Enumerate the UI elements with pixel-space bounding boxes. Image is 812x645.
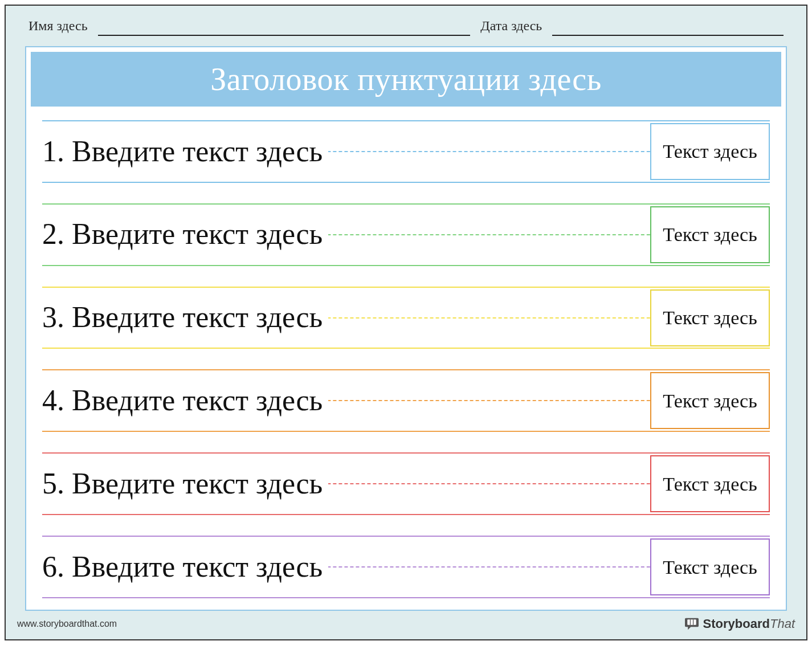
row-answer-box[interactable]: Текст здесь xyxy=(650,289,770,346)
rows-container: 1. Введите текст здесьТекст здесь2. Введ… xyxy=(26,111,786,610)
row-gap xyxy=(328,532,650,602)
worksheet-row: 6. Введите текст здесьТекст здесь xyxy=(42,532,770,602)
row-prompt-text[interactable]: 1. Введите текст здесь xyxy=(42,133,328,171)
worksheet-row: 2. Введите текст здесьТекст здесь xyxy=(42,200,770,270)
speech-bubble-icon xyxy=(684,617,700,631)
date-label: Дата здесь xyxy=(480,18,542,36)
name-label: Имя здесь xyxy=(28,18,88,36)
row-answer-box[interactable]: Текст здесь xyxy=(650,123,770,180)
brand-logo: StoryboardThat xyxy=(684,617,795,631)
row-gap xyxy=(328,117,650,186)
worksheet-row: 5. Введите текст здесьТекст здесь xyxy=(42,449,770,519)
row-answer-box[interactable]: Текст здесь xyxy=(650,455,770,512)
date-input-line[interactable] xyxy=(552,20,784,36)
worksheet-row: 3. Введите текст здесьТекст здесь xyxy=(42,283,770,353)
worksheet-page: Имя здесь Дата здесь Заголовок пунктуаци… xyxy=(5,5,807,640)
svg-rect-0 xyxy=(687,619,696,624)
row-gap xyxy=(328,366,650,435)
row-answer-box[interactable]: Текст здесь xyxy=(650,372,770,429)
row-gap xyxy=(328,449,650,519)
row-answer-box[interactable]: Текст здесь xyxy=(650,538,770,595)
worksheet-card: Заголовок пунктуации здесь 1. Введите те… xyxy=(25,46,787,611)
footer: www.storyboardthat.com StoryboardThat xyxy=(17,617,795,631)
header-fields: Имя здесь Дата здесь xyxy=(25,18,787,36)
row-gap xyxy=(328,200,650,270)
worksheet-row: 1. Введите текст здесьТекст здесь xyxy=(42,117,770,186)
name-input-line[interactable] xyxy=(98,20,471,36)
worksheet-row: 4. Введите текст здесьТекст здесь xyxy=(42,366,770,435)
footer-url: www.storyboardthat.com xyxy=(17,619,117,629)
row-prompt-text[interactable]: 3. Введите текст здесь xyxy=(42,299,328,337)
row-gap xyxy=(328,283,650,353)
row-prompt-text[interactable]: 4. Введите текст здесь xyxy=(42,382,328,420)
row-prompt-text[interactable]: 6. Введите текст здесь xyxy=(42,548,328,586)
brand-text-1: Storyboard xyxy=(703,617,770,631)
title-bar: Заголовок пунктуации здесь xyxy=(30,51,782,108)
row-prompt-text[interactable]: 5. Введите текст здесь xyxy=(42,465,328,503)
worksheet-title[interactable]: Заголовок пунктуации здесь xyxy=(210,62,601,97)
brand-text-2: That xyxy=(770,617,795,631)
row-answer-box[interactable]: Текст здесь xyxy=(650,206,770,263)
row-prompt-text[interactable]: 2. Введите текст здесь xyxy=(42,215,328,254)
